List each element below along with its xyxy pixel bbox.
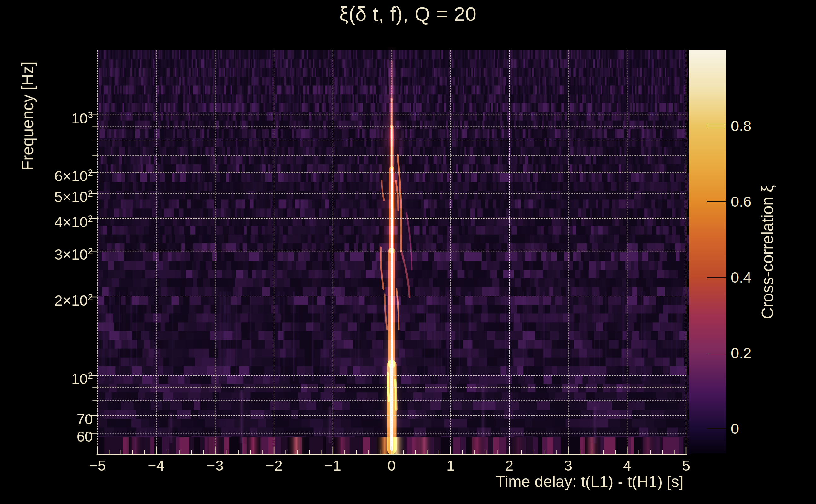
- x-tick-m2: −2: [255, 457, 293, 474]
- colorbar-tick-mark: [707, 277, 726, 278]
- x-tick-3: 3: [549, 457, 587, 474]
- x-axis-label: Time delay: t(L1) - t(H1) [s]: [492, 473, 687, 491]
- x-tick-1: 1: [432, 457, 469, 474]
- y-tick-400hz: 4×102: [11, 210, 93, 231]
- cross-correlation-figure: ξ(δ t, f), Q = 20 103 6×102 5×102 4×102 …: [0, 0, 816, 504]
- y-tick-500hz: 5×102: [11, 185, 93, 206]
- colorbar-tick-mark: [707, 428, 726, 429]
- x-tick-m5: −5: [78, 457, 116, 474]
- x-tick-0: 0: [373, 457, 411, 474]
- chart-title: ξ(δ t, f), Q = 20: [0, 3, 816, 25]
- x-tick-5: 5: [667, 457, 705, 474]
- x-tick-m4: −4: [137, 457, 175, 474]
- y-tick-200hz: 2×102: [11, 288, 93, 309]
- colorbar-tick-mark: [707, 201, 726, 202]
- x-tick-m1: −1: [314, 457, 352, 474]
- colorbar-tick-mark: [707, 353, 726, 353]
- y-axis-label: Frequency [Hz]: [19, 61, 37, 170]
- colorbar-tick-0: 0: [731, 420, 794, 438]
- x-tick-2: 2: [490, 457, 528, 474]
- x-tick-4: 4: [608, 457, 646, 474]
- y-tick-100hz: 102: [11, 367, 93, 388]
- y-tick-300hz: 3×102: [11, 242, 93, 263]
- colorbar: [689, 50, 726, 453]
- heatmap-canvas: [85, 47, 694, 463]
- colorbar-label: Cross-correlation ξ: [758, 185, 777, 319]
- colorbar-tick-0.8: 0.8: [731, 117, 794, 135]
- colorbar-tick-0.2: 0.2: [731, 344, 794, 362]
- y-tick-60hz: 60: [11, 424, 93, 445]
- x-tick-m3: −3: [196, 457, 234, 474]
- colorbar-tick-mark: [707, 126, 726, 126]
